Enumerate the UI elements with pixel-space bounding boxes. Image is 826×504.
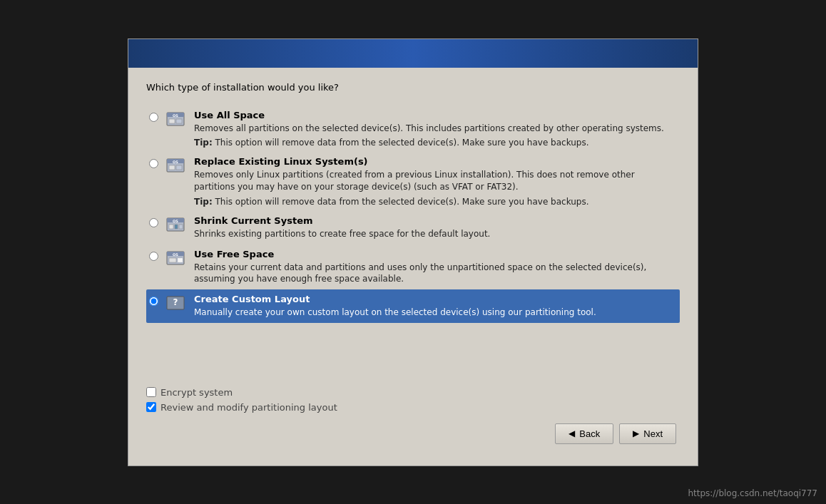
next-icon: ▶ — [633, 428, 639, 438]
encrypt-system-label: Encrypt system — [160, 387, 233, 398]
option-shrink-current-desc: Shrinks existing partitions to create fr… — [194, 228, 677, 240]
checkboxes-area: Encrypt system Review and modify partiti… — [146, 387, 680, 413]
back-icon: ◀ — [568, 428, 575, 438]
encrypt-system-row[interactable]: Encrypt system — [146, 387, 680, 398]
radio-use-free-space[interactable] — [149, 252, 158, 261]
option-create-custom-title: Create Custom Layout — [194, 294, 677, 304]
svg-rect-13 — [169, 225, 173, 229]
next-button[interactable]: ▶ Next — [619, 423, 676, 444]
option-use-all-space-title: Use All Space — [194, 110, 677, 120]
button-row: ◀ Back ▶ Next — [146, 413, 680, 451]
svg-text:OS: OS — [173, 160, 178, 164]
svg-text:OS: OS — [173, 252, 178, 257]
footer-url: https://blog.csdn.net/taoqi777 — [688, 488, 817, 498]
icon-shrink-current: OS — [164, 215, 187, 238]
option-use-all-space-desc: Removes all partitions on the selected d… — [194, 123, 677, 135]
radio-replace-existing[interactable] — [149, 159, 158, 168]
svg-rect-19 — [169, 258, 176, 262]
svg-text:?: ? — [173, 297, 178, 307]
option-create-custom-desc: Manually create your own custom layout o… — [194, 307, 677, 319]
icon-create-custom: ? — [164, 294, 187, 317]
svg-rect-8 — [169, 165, 175, 170]
option-use-free-space-desc: Retains your current data and partitions… — [194, 262, 677, 286]
option-shrink-current-content: Shrink Current System Shrinks existing p… — [194, 215, 677, 240]
encrypt-system-checkbox[interactable] — [146, 387, 156, 397]
option-create-custom[interactable]: ? Create Custom Layout Manually create y… — [146, 289, 680, 323]
svg-rect-20 — [178, 258, 183, 262]
option-create-custom-content: Create Custom Layout Manually create you… — [194, 294, 677, 319]
review-modify-checkbox[interactable] — [146, 402, 156, 412]
next-label: Next — [643, 428, 663, 439]
back-label: Back — [579, 428, 600, 439]
option-use-free-space-content: Use Free Space Retains your current data… — [194, 249, 677, 286]
installation-dialog: Which type of installation would you lik… — [128, 38, 698, 466]
svg-rect-14 — [175, 225, 178, 229]
option-use-all-space-content: Use All Space Removes all partitions on … — [194, 110, 677, 148]
svg-text:OS: OS — [173, 113, 178, 118]
radio-use-all-space[interactable] — [149, 113, 158, 122]
option-shrink-current-title: Shrink Current System — [194, 215, 677, 226]
option-replace-existing-title: Replace Existing Linux System(s) — [194, 156, 677, 167]
review-modify-row[interactable]: Review and modify partitioning layout — [146, 402, 680, 413]
question-label: Which type of installation would you lik… — [146, 82, 680, 93]
icon-use-free-space: OS — [164, 249, 187, 272]
option-replace-existing-tip: Tip: This option will remove data from t… — [194, 197, 677, 207]
option-use-free-space-title: Use Free Space — [194, 249, 677, 259]
svg-rect-4 — [176, 119, 182, 123]
icon-use-all-space: OS — [164, 110, 187, 133]
svg-rect-3 — [169, 119, 175, 123]
dialog-header — [128, 39, 698, 68]
options-list: OS Use All Space Removes all partitions … — [146, 106, 680, 324]
option-use-free-space[interactable]: OS Use Free Space Retains your current d… — [146, 245, 680, 290]
dialog-body: Which type of installation would you lik… — [128, 68, 698, 466]
svg-rect-9 — [176, 165, 182, 170]
option-shrink-current[interactable]: OS Shrink Current System Shrinks existin… — [146, 211, 680, 245]
svg-text:OS: OS — [173, 219, 178, 223]
option-replace-existing-content: Replace Existing Linux System(s) Removes… — [194, 156, 677, 207]
svg-rect-15 — [179, 225, 183, 229]
radio-shrink-current[interactable] — [149, 218, 158, 227]
radio-create-custom[interactable] — [149, 297, 158, 306]
review-modify-label: Review and modify partitioning layout — [160, 402, 337, 413]
option-use-all-space-tip: Tip: This option will remove data from t… — [194, 138, 677, 148]
back-button[interactable]: ◀ Back — [555, 423, 613, 444]
option-use-all-space[interactable]: OS Use All Space Removes all partitions … — [146, 106, 680, 153]
option-replace-existing[interactable]: OS Replace Existing Linux System(s) Remo… — [146, 152, 680, 211]
option-replace-existing-desc: Removes only Linux partitions (created f… — [194, 169, 677, 193]
icon-replace-existing: OS — [164, 156, 187, 179]
